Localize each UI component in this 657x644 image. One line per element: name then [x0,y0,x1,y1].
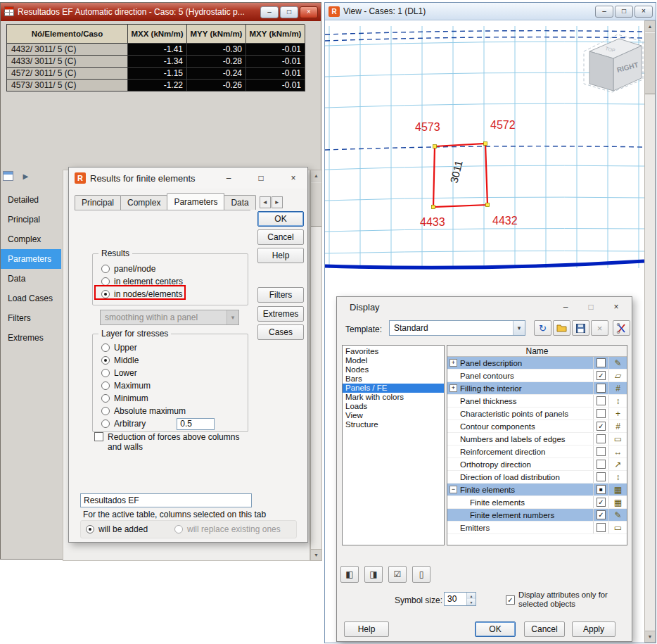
column-header[interactable]: MXY (kNm/m) [246,25,305,44]
column-header[interactable]: MXX (kNm/m) [128,25,187,44]
cases-button[interactable]: Cases [257,324,304,340]
radio-arbitrary[interactable]: Arbitrary [101,417,248,430]
row-checkbox[interactable] [593,357,608,369]
display-row[interactable]: Characteristic points of panels+ [447,408,627,420]
display-row[interactable]: Panel contours✓▱ [447,370,627,382]
row-header[interactable]: 4432/ 3011/ 5 (C) [7,44,128,56]
reduction-checkbox-row[interactable]: Reduction of forces above columns and wa… [94,432,245,452]
table-cell[interactable]: -0.28 [187,56,246,68]
radio-absolute-maximum[interactable]: Absolute maximum [101,405,248,417]
sidebar-item-data[interactable]: Data [1,269,61,289]
quick-display-button-2[interactable]: ◨ [364,566,383,583]
maximize-button[interactable]: □ [247,168,275,188]
row-checkbox[interactable]: ✓ [593,496,608,508]
display-row[interactable]: −Finite elements■▦ [447,484,627,496]
row-checkbox[interactable]: ■ [593,484,608,495]
cancel-button[interactable]: Cancel [524,621,565,637]
row-checkbox[interactable] [593,433,608,445]
scroll-up-icon[interactable]: ▲ [645,21,655,32]
sidebar-item-principal[interactable]: Principal [1,210,61,229]
table-cell[interactable]: -0.24 [187,68,246,80]
spin-up-icon[interactable]: ▲ [467,593,476,599]
category-view[interactable]: View [343,411,444,420]
row-checkbox[interactable] [593,395,608,407]
tab-parameters[interactable]: Parameters [167,193,224,210]
arbitrary-value-input[interactable] [177,418,215,430]
extremes-button[interactable]: Extremes [257,306,304,322]
table-cell[interactable]: -1.22 [128,80,187,91]
table-name-input[interactable] [80,493,252,507]
category-mark-with-colors[interactable]: Mark with colors [343,393,444,402]
radio-upper[interactable]: Upper [101,341,248,354]
table-cell[interactable]: -1.15 [128,68,187,80]
expand-icon[interactable]: + [449,359,457,367]
tab-scroll-right-icon[interactable]: ► [272,196,283,208]
cancel-button[interactable]: Cancel [257,229,304,245]
close-button[interactable]: × [604,297,629,317]
dialog-titlebar[interactable]: R Results for finite elements – □ × [69,168,307,189]
viewcube[interactable]: TOP RIGHT [584,34,643,92]
scissors-icon[interactable] [613,320,630,336]
category-structure[interactable]: Structure [343,420,444,429]
display-row[interactable]: Reinforcement direction↔ [447,446,627,458]
minimize-button[interactable]: – [260,6,279,18]
table-cell[interactable]: -1.41 [128,44,187,56]
row-checkbox[interactable] [593,458,608,470]
column-header[interactable]: Nó/Elemento/Caso [7,25,128,44]
reload-template-icon[interactable]: ↻ [534,320,551,336]
scroll-down-icon[interactable]: ▼ [311,549,321,560]
tab-principal[interactable]: Principal [75,195,121,210]
sidebar-item-parameters[interactable]: Parameters [1,249,61,269]
filters-button[interactable]: Filters [257,287,304,303]
view-window-titlebar[interactable]: R View - Cases: 1 (DL1) – □ × [325,3,656,20]
column-header[interactable]: MYY (kNm/m) [187,25,246,44]
scrollbar-thumb[interactable] [311,182,321,227]
table-cell[interactable]: -0.01 [246,68,305,80]
row-checkbox[interactable]: ✓ [593,509,608,521]
template-combobox[interactable]: Standard ▾ [389,320,525,336]
expand-icon[interactable]: + [449,384,457,392]
table-cell[interactable]: -0.01 [246,56,305,68]
sidebar-item-load-cases[interactable]: Load Cases [1,289,61,308]
row-header[interactable]: 4433/ 3011/ 5 (C) [7,56,128,68]
view-scrollbar[interactable]: ▲ ▼ [644,20,656,643]
open-template-icon[interactable] [553,320,570,336]
sidebar-item-extremes[interactable]: Extremes [1,328,61,348]
help-button[interactable]: Help [257,248,304,263]
panel-expand-arrow-icon[interactable]: ► [21,172,30,181]
minimize-button[interactable]: – [595,6,613,18]
display-row[interactable]: Finite elements✓▦ [447,496,627,509]
row-header[interactable]: 4573/ 3011/ 5 (C) [7,80,128,91]
category-model[interactable]: Model [343,356,444,365]
table-cell[interactable]: -0.30 [187,44,246,56]
scrollbar-thumb[interactable] [645,32,655,94]
results-window-titlebar[interactable]: Resultados EF Automatic direction - Caso… [1,3,321,21]
left-window-scrollbar[interactable]: ▲ ▼ [310,170,322,561]
minimize-button[interactable]: – [553,297,578,317]
row-checkbox[interactable] [593,408,608,419]
close-button[interactable]: × [279,168,307,188]
ok-button[interactable]: OK [257,211,304,227]
row-checkbox[interactable] [593,522,608,533]
category-nodes[interactable]: Nodes [343,365,444,374]
radio-minimum[interactable]: Minimum [101,392,248,405]
maximize-button[interactable]: □ [280,6,298,18]
radio-lower[interactable]: Lower [101,367,248,379]
minimize-button[interactable]: – [215,168,243,188]
sidebar-item-detailed[interactable]: Detailed [1,190,61,210]
spin-down-icon[interactable]: ▼ [467,599,476,605]
table-cell[interactable]: -0.26 [187,80,246,91]
display-row[interactable]: Emitters▭ [447,522,627,534]
tab-complex[interactable]: Complex [120,195,167,210]
maximize-button[interactable]: □ [615,6,633,18]
collapse-icon[interactable]: − [449,486,457,493]
display-row[interactable]: +Panel description✎ [447,357,627,370]
quick-display-button-3[interactable]: ☑ [388,566,407,583]
display-row[interactable]: Numbers and labels of edges▭ [447,433,627,446]
quick-display-button-4[interactable]: ▯ [412,566,430,583]
display-row[interactable]: +Filling the interior# [447,382,627,395]
tab-data[interactable]: Data [224,195,255,210]
category-loads[interactable]: Loads [343,402,444,411]
symbol-size-stepper[interactable]: ▲ ▼ [444,592,476,606]
display-row[interactable]: Contour components✓# [447,420,627,433]
